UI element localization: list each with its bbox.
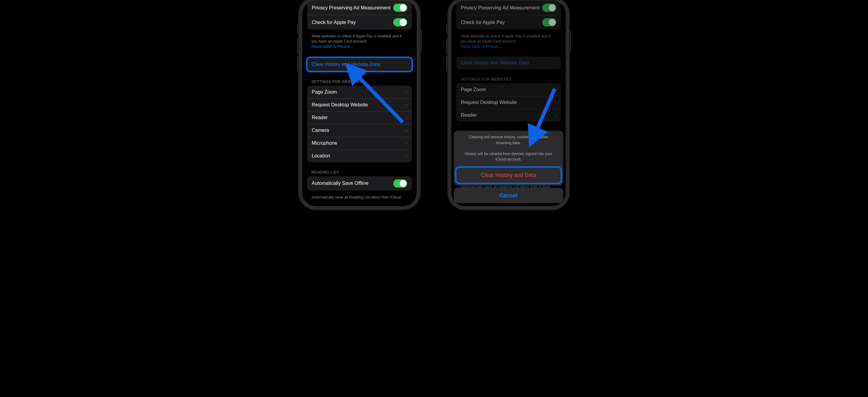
cancel-button[interactable]: Cancel: [454, 188, 563, 203]
auto-save-row[interactable]: Automatically Save Offline: [307, 176, 412, 191]
chevron-right-icon: ›: [406, 153, 407, 159]
highlight-ring-confirm: Clear History and Data: [455, 166, 562, 184]
clear-history-button[interactable]: Clear History and Website Data: [308, 58, 411, 71]
iphone-left: Privacy Preserving Ad Measurement Check …: [299, 0, 420, 210]
websites-header: SETTINGS FOR WEBSITES: [302, 74, 417, 86]
chevron-right-icon: ›: [406, 89, 407, 95]
request-desktop-row[interactable]: Request Desktop Website ›: [307, 98, 412, 111]
sheet-message: Clearing will remove history, cookies, a…: [454, 131, 563, 166]
location-row[interactable]: Location ›: [307, 150, 412, 162]
iphone-right: Privacy Preserving Ad Measurement Check …: [448, 0, 569, 210]
reading-list-header: READING LIST: [302, 165, 417, 176]
highlight-ring-clear: Clear History and Website Data: [306, 57, 413, 72]
action-sheet: Clearing will remove history, cookies, a…: [454, 131, 563, 203]
privacy-ad-row[interactable]: Privacy Preserving Ad Measurement: [307, 1, 412, 15]
camera-row[interactable]: Camera ›: [307, 124, 412, 137]
auto-save-toggle[interactable]: [393, 179, 407, 188]
about-safari-privacy-link[interactable]: About Safari & Privacy…: [311, 44, 353, 48]
apple-pay-footer: Allow websites to check if Apple Pay is …: [302, 32, 417, 52]
chevron-right-icon: ›: [406, 115, 407, 120]
safari-settings-screen-sheet: Privacy Preserving Ad Measurement Check …: [451, 1, 566, 206]
websites-group: Page Zoom › Request Desktop Website › Re…: [307, 86, 412, 162]
chevron-right-icon: ›: [406, 128, 407, 133]
chevron-right-icon: ›: [406, 140, 407, 146]
chevron-right-icon: ›: [406, 102, 407, 108]
privacy-ad-toggle[interactable]: [393, 4, 407, 12]
apple-pay-toggle[interactable]: [393, 18, 407, 27]
apple-pay-row[interactable]: Check for Apple Pay: [307, 15, 412, 30]
safari-settings-screen: Privacy Preserving Ad Measurement Check …: [302, 1, 417, 206]
clear-history-confirm-button[interactable]: Clear History and Data: [457, 168, 560, 183]
page-zoom-row[interactable]: Page Zoom ›: [307, 86, 412, 98]
privacy-ad-label: Privacy Preserving Ad Measurement: [312, 5, 393, 11]
reading-list-group: Automatically Save Offline: [307, 176, 412, 191]
apple-pay-label: Check for Apple Pay: [312, 20, 393, 26]
auto-save-footer: Automatically save all Reading List item…: [302, 193, 417, 203]
reader-row[interactable]: Reader ›: [307, 111, 412, 124]
microphone-row[interactable]: Microphone ›: [307, 137, 412, 150]
